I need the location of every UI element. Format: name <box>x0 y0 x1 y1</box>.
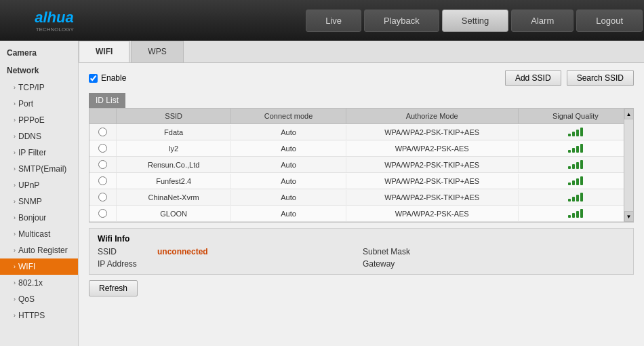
add-ssid-button[interactable]: Add SSID <box>505 70 561 86</box>
sidebar-item-multicast[interactable]: ›Multicast <box>0 226 78 242</box>
ssid-radio[interactable] <box>98 176 107 185</box>
signal-cell <box>519 140 633 156</box>
bar1 <box>568 134 571 136</box>
signal-bars <box>524 160 627 169</box>
tab-wifi[interactable]: WIFI <box>79 41 129 62</box>
auth-cell: WPA/WPA2-PSK-AES <box>346 206 519 221</box>
enable-left: Enable <box>89 73 126 83</box>
row-radio[interactable] <box>89 140 117 156</box>
table-row: Fdata Auto WPA/WPA2-PSK-TKIP+AES <box>89 124 633 140</box>
arrow-icon: › <box>14 84 16 91</box>
auth-cell: WPA/WPA2-PSK-AES <box>346 141 519 156</box>
ssid-cell: Fdata <box>117 125 231 140</box>
ssid-value: unconnected <box>157 247 208 256</box>
tab-wps[interactable]: WPS <box>131 41 183 62</box>
signal-cell <box>519 173 633 189</box>
sidebar-item-qos[interactable]: ›QoS <box>0 291 78 307</box>
sidebar-item-pppoe[interactable]: ›PPPoE <box>0 112 78 128</box>
sidebar: Camera Network ›TCP/IP ›Port ›PPPoE ›DDN… <box>0 41 79 346</box>
refresh-button[interactable]: Refresh <box>89 280 138 296</box>
enable-checkbox[interactable] <box>89 74 98 83</box>
row-radio[interactable] <box>89 206 117 221</box>
wifi-info-panel: Wifi Info SSID unconnected Subnet Mask I… <box>89 228 634 275</box>
nav-tab-alarm[interactable]: Alarm <box>511 9 573 32</box>
sidebar-item-smtp[interactable]: ›SMTP(Email) <box>0 161 78 177</box>
wifi-info-title: Wifi Info <box>98 234 625 244</box>
sidebar-item-tcpip[interactable]: ›TCP/IP <box>0 79 78 96</box>
enable-row: Enable Add SSID Search SSID <box>89 70 634 86</box>
row-radio[interactable] <box>89 157 117 172</box>
arrow-icon: › <box>14 166 16 172</box>
arrow-icon: › <box>14 280 16 286</box>
logo: alhua <box>35 9 73 26</box>
wifi-table: SSID Connect mode Authorize Mode Signal … <box>89 108 634 223</box>
nav-tab-setting[interactable]: Setting <box>442 9 508 32</box>
bar3 <box>576 162 579 169</box>
wifi-subnet-row: Subnet Mask <box>363 247 625 256</box>
row-radio[interactable] <box>89 189 117 205</box>
scrollbar[interactable]: ▲ ▼ <box>624 109 633 222</box>
row-radio[interactable] <box>89 124 117 140</box>
ip-label: IP Address <box>98 259 152 269</box>
signal-cell <box>519 206 633 221</box>
bar3 <box>576 178 579 185</box>
col-connect: Connect mode <box>231 109 346 123</box>
wifi-gateway-row: Gateway <box>363 259 625 269</box>
auth-cell: WPA/WPA2-PSK-TKIP+AES <box>346 174 519 189</box>
sidebar-item-port[interactable]: ›Port <box>0 96 78 112</box>
sidebar-item-snmp[interactable]: ›SNMP <box>0 193 78 210</box>
sidebar-item-bonjour[interactable]: ›Bonjour <box>0 210 78 226</box>
ssid-radio[interactable] <box>98 144 107 153</box>
row-radio[interactable] <box>89 173 117 189</box>
col-auth: Authorize Mode <box>346 109 519 123</box>
ssid-radio[interactable] <box>98 160 107 169</box>
sidebar-section-network: Network <box>0 62 78 79</box>
signal-bars <box>524 193 627 201</box>
arrow-icon: › <box>14 100 16 107</box>
ssid-radio[interactable] <box>98 128 107 136</box>
auth-cell: WPA/WPA2-PSK-TKIP+AES <box>346 190 519 205</box>
table-row: GLOON Auto WPA/WPA2-PSK-AES <box>89 206 633 222</box>
sidebar-item-https[interactable]: ›HTTPS <box>0 307 78 324</box>
bar3 <box>576 130 579 136</box>
nav-tab-live[interactable]: Live <box>306 9 361 32</box>
inner-content: Enable Add SSID Search SSID ID List SSID… <box>79 63 644 309</box>
sidebar-item-ipfilter[interactable]: ›IP Filter <box>0 145 78 161</box>
arrow-icon: › <box>14 149 16 156</box>
bar2 <box>572 148 575 153</box>
sidebar-item-wifi[interactable]: ›WIFI <box>0 258 78 275</box>
bar2 <box>572 164 575 169</box>
sidebar-item-ddns[interactable]: ›DDNS <box>0 128 78 145</box>
scroll-up-button[interactable]: ▲ <box>624 109 634 119</box>
sidebar-item-upnp[interactable]: ›UPnP <box>0 177 78 193</box>
connect-cell: Auto <box>231 141 346 156</box>
bar4 <box>580 144 583 153</box>
bar1 <box>568 182 571 185</box>
nav-tab-logout[interactable]: Logout <box>576 9 643 32</box>
gateway-label: Gateway <box>363 259 417 269</box>
subnet-label: Subnet Mask <box>363 247 417 256</box>
wifi-ip-row: IP Address <box>98 259 360 269</box>
ssid-radio[interactable] <box>98 209 107 218</box>
main-layout: Camera Network ›TCP/IP ›Port ›PPPoE ›DDN… <box>0 41 644 346</box>
arrow-icon: › <box>14 214 16 221</box>
sidebar-item-8021x[interactable]: ›802.1x <box>0 275 78 291</box>
bar4 <box>580 160 583 169</box>
sidebar-item-autoregister[interactable]: ›Auto Register <box>0 242 78 258</box>
bar2 <box>572 197 575 201</box>
col-ssid: SSID <box>117 109 231 123</box>
nav-tab-playback[interactable]: Playback <box>364 9 439 32</box>
bar4 <box>580 128 583 136</box>
bar2 <box>572 180 575 185</box>
bar1 <box>568 150 571 153</box>
table-row: ly2 Auto WPA/WPA2-PSK-AES <box>89 140 633 157</box>
connect-cell: Auto <box>231 206 346 221</box>
scroll-down-button[interactable]: ▼ <box>624 211 634 222</box>
search-ssid-button[interactable]: Search SSID <box>567 70 634 86</box>
nav-tabs: Live Playback Setting Alarm Logout <box>304 0 644 41</box>
enable-right: Add SSID Search SSID <box>505 70 634 86</box>
ssid-cell: Funfest2.4 <box>117 174 231 189</box>
wifi-info-grid: SSID unconnected Subnet Mask IP Address <box>98 247 625 269</box>
ssid-cell: ChinaNet-Xvrm <box>117 190 231 205</box>
ssid-radio[interactable] <box>98 193 107 201</box>
